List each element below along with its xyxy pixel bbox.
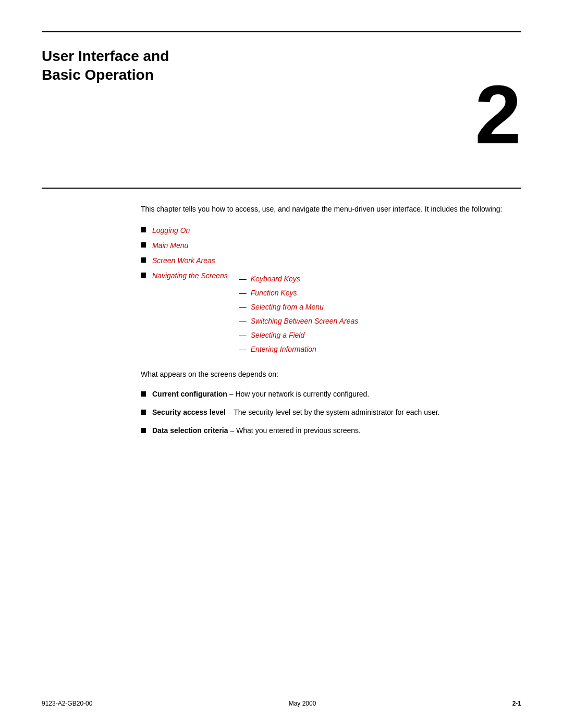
footer-doc-number: 9123-A2-GB20-00 [42,700,92,707]
main-bullet-list: Logging On Main Menu Screen Work Areas N… [141,225,521,358]
security-access-item: Security access level – The security lev… [152,407,521,418]
list-item: — Function Keys [239,288,358,299]
mid-rule [42,188,521,189]
keyboard-keys-link[interactable]: Keyboard Keys [251,274,300,285]
list-item: — Switching Between Screen Areas [239,316,358,327]
dash-icon: — [239,344,247,355]
selecting-menu-link[interactable]: Selecting from a Menu [251,302,324,313]
chapter-title-line2: Basic Operation [42,67,154,83]
list-item-label[interactable]: Navigating the Screens [152,270,228,281]
list-item: — Selecting a Field [239,330,358,341]
function-keys-link[interactable]: Function Keys [251,288,297,299]
list-item-label[interactable]: Logging On [152,225,190,236]
list-item: Current configuration – How your network… [141,389,521,400]
dash-icon: — [239,316,247,327]
security-access-desc: – The security level set by the system a… [226,408,440,416]
top-rule [42,31,521,32]
logging-on-link[interactable]: Logging On [152,226,190,235]
chapter-title: User Interface and Basic Operation [42,47,250,85]
footer-page-number: 2-1 [512,700,521,707]
navigating-screens-link[interactable]: Navigating the Screens [152,272,228,280]
dash-icon: — [239,274,247,285]
chapter-number: 2 [475,73,521,156]
chapter-title-area: User Interface and Basic Operation [42,47,250,85]
data-selection-item: Data selection criteria – What you enter… [152,425,521,436]
list-item: Logging On [141,225,521,236]
list-item: Navigating the Screens — Keyboard Keys —… [141,270,521,358]
bullet-icon [141,410,146,415]
current-config-term: Current configuration [152,390,227,398]
security-access-term: Security access level [152,408,226,416]
bullet-icon [141,242,146,248]
what-appears-text: What appears on the screens depends on: [141,368,521,380]
chapter-title-line1: User Interface and [42,48,169,64]
list-item: Security access level – The security lev… [141,407,521,418]
bullet-icon [141,428,146,433]
bullet-icon [141,227,146,232]
current-config-desc: – How your network is currently configur… [227,390,369,398]
intro-text: This chapter tells you how to access, us… [141,203,521,215]
current-config-item: Current configuration – How your network… [152,389,521,400]
content-area: This chapter tells you how to access, us… [141,203,521,443]
dash-icon: — [239,288,247,299]
list-item: Main Menu [141,240,521,251]
page-container: User Interface and Basic Operation 2 Thi… [0,0,563,728]
list-item-label[interactable]: Screen Work Areas [152,255,215,266]
selecting-field-link[interactable]: Selecting a Field [251,330,305,341]
page-footer: 9123-A2-GB20-00 May 2000 2-1 [42,700,521,707]
bullet-icon [141,391,146,397]
sub-list: — Keyboard Keys — Function Keys — Select… [239,274,358,358]
switching-screen-areas-link[interactable]: Switching Between Screen Areas [251,316,358,327]
footer-date: May 2000 [289,700,316,707]
dash-icon: — [239,330,247,341]
lower-bullet-list: Current configuration – How your network… [141,389,521,436]
entering-info-link[interactable]: Entering Information [251,344,316,355]
main-menu-link[interactable]: Main Menu [152,241,188,250]
list-item: Data selection criteria – What you enter… [141,425,521,436]
list-item-label[interactable]: Main Menu [152,240,188,251]
data-selection-term: Data selection criteria [152,426,228,435]
screen-work-areas-link[interactable]: Screen Work Areas [152,256,215,265]
bullet-icon [141,257,146,263]
data-selection-desc: – What you entered in previous screens. [228,426,361,435]
dash-icon: — [239,302,247,313]
bullet-icon [141,273,146,278]
list-item: — Selecting from a Menu [239,302,358,313]
list-item: — Keyboard Keys [239,274,358,285]
list-item: Screen Work Areas [141,255,521,266]
list-item: — Entering Information [239,344,358,355]
